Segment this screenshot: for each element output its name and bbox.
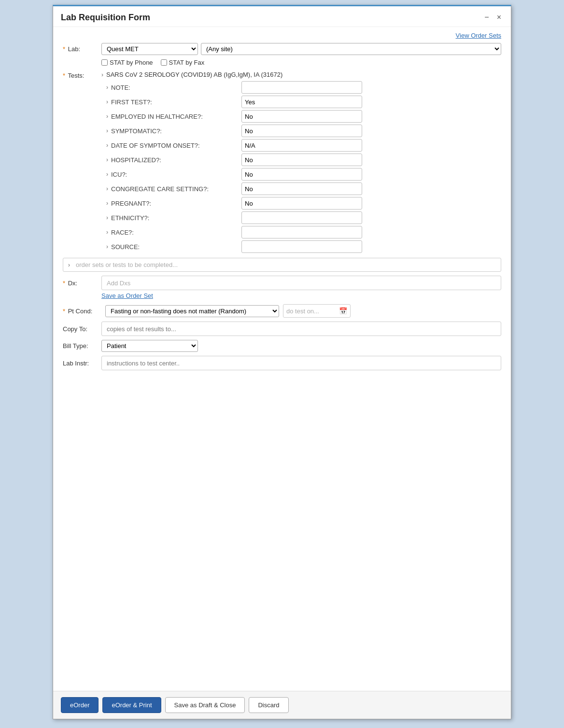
- copy-to-label: Copy To:: [63, 325, 101, 333]
- note-input[interactable]: [241, 81, 362, 94]
- save-order-set-container: Save as Order Set: [101, 292, 501, 299]
- minimize-button[interactable]: −: [482, 12, 491, 23]
- source-field-row: › SOURCE:: [101, 240, 501, 253]
- source-input[interactable]: [241, 240, 362, 253]
- pregnant-label: › PREGNANT?:: [106, 200, 241, 207]
- stat-fax-label[interactable]: STAT by Fax: [161, 59, 205, 66]
- icu-input[interactable]: [241, 168, 362, 181]
- icu-field-row: › ICU?:: [101, 168, 501, 181]
- lab-instr-label: Lab Instr:: [63, 360, 101, 367]
- modal-footer: eOrder eOrder & Print Save as Draft & Cl…: [53, 691, 511, 719]
- modal-body: View Order Sets * Lab: Quest MET Other L…: [53, 27, 511, 691]
- symptomatic-label: › SYMPTOMATIC?:: [106, 127, 241, 135]
- copy-to-input[interactable]: [101, 322, 501, 336]
- race-field-row: › RACE?:: [101, 226, 501, 238]
- save-order-set-link[interactable]: Save as Order Set: [101, 292, 153, 299]
- pt-cond-select[interactable]: Fasting or non-fasting does not matter (…: [105, 305, 279, 317]
- note-label: › NOTE:: [106, 84, 241, 91]
- close-button[interactable]: ×: [495, 12, 503, 23]
- modal-controls: − ×: [482, 12, 503, 23]
- employed-input[interactable]: [241, 110, 362, 123]
- eorder-button[interactable]: eOrder: [61, 697, 99, 713]
- first-test-label: › FIRST TEST?:: [106, 98, 241, 106]
- do-test-on-container[interactable]: do test on... 📅: [283, 304, 351, 318]
- tests-label: * Tests:: [63, 71, 101, 79]
- calendar-icon: 📅: [339, 307, 347, 315]
- stat-fax-checkbox[interactable]: [161, 59, 167, 66]
- dx-row: * Dx:: [63, 276, 501, 290]
- pt-cond-row: * Pt Cond: Fasting or non-fasting does n…: [63, 304, 501, 318]
- hospitalized-field-row: › HOSPITALIZED?:: [101, 154, 501, 166]
- employed-label: › EMPLOYED IN HEALTHCARE?:: [106, 113, 241, 120]
- bill-type-row: Bill Type: Patient Insurance Client: [63, 340, 501, 352]
- lab-required-star: *: [63, 45, 65, 53]
- save-draft-button[interactable]: Save as Draft & Close: [165, 697, 245, 713]
- symptomatic-input[interactable]: [241, 125, 362, 137]
- pregnant-field-row: › PREGNANT?:: [101, 197, 501, 210]
- lab-selects: Quest MET Other Lab (Any site) Site A Si…: [101, 43, 501, 55]
- copy-to-row: Copy To:: [63, 322, 501, 336]
- dx-label: * Dx:: [63, 280, 101, 287]
- lab-label: * Lab:: [63, 45, 101, 53]
- ethnicity-field-row: › ETHNICITY?:: [101, 211, 501, 224]
- modal-header: Lab Requisition Form − ×: [53, 6, 511, 27]
- lab-instr-input[interactable]: [101, 356, 501, 370]
- view-order-sets-link[interactable]: View Order Sets: [456, 32, 501, 39]
- symptomatic-field-row: › SYMPTOMATIC?:: [101, 125, 501, 137]
- order-sets-chevron: ›: [68, 262, 70, 268]
- ethnicity-label: › ETHNICITY?:: [106, 214, 241, 222]
- lab-requisition-modal: Lab Requisition Form − × View Order Sets…: [53, 5, 511, 719]
- lab-row: * Lab: Quest MET Other Lab (Any site) Si…: [63, 43, 501, 55]
- bill-type-select[interactable]: Patient Insurance Client: [101, 340, 198, 352]
- bill-type-label: Bill Type:: [63, 342, 101, 350]
- congregate-field-row: › CONGREGATE CARE SETTING?:: [101, 182, 501, 195]
- note-field-row: › NOTE:: [101, 81, 501, 94]
- symptom-onset-field-row: › DATE OF SYMPTOM ONSET?:: [101, 139, 501, 152]
- first-test-input[interactable]: [241, 96, 362, 108]
- congregate-label: › CONGREGATE CARE SETTING?:: [106, 185, 241, 193]
- congregate-input[interactable]: [241, 182, 362, 195]
- site-select[interactable]: (Any site) Site A Site B: [201, 43, 501, 55]
- tests-row: * Tests: › SARS CoV 2 SEROLOGY (COVID19)…: [63, 71, 501, 255]
- test-name-row: › SARS CoV 2 SEROLOGY (COVID19) AB (IgG,…: [101, 71, 501, 78]
- do-test-on-text: do test on...: [286, 308, 319, 315]
- icu-label: › ICU?:: [106, 171, 241, 178]
- test-name: SARS CoV 2 SEROLOGY (COVID19) AB (IgG,Ig…: [106, 71, 282, 78]
- symptom-onset-input[interactable]: [241, 139, 362, 152]
- view-order-sets-container: View Order Sets: [63, 32, 501, 39]
- eorder-print-button[interactable]: eOrder & Print: [102, 697, 161, 713]
- pt-cond-label: * Pt Cond:: [63, 308, 101, 315]
- discard-button[interactable]: Discard: [249, 697, 288, 713]
- hospitalized-label: › HOSPITALIZED?:: [106, 156, 241, 164]
- employed-field-row: › EMPLOYED IN HEALTHCARE?:: [101, 110, 501, 123]
- dx-input[interactable]: [101, 276, 501, 290]
- source-label: › SOURCE:: [106, 243, 241, 251]
- tests-content: › SARS CoV 2 SEROLOGY (COVID19) AB (IgG,…: [101, 71, 501, 255]
- pt-cond-required-star: *: [63, 308, 65, 315]
- stat-phone-checkbox[interactable]: [101, 59, 108, 66]
- test-chevron: ›: [101, 71, 103, 78]
- modal-title: Lab Requisition Form: [61, 13, 150, 23]
- hospitalized-input[interactable]: [241, 154, 362, 166]
- lab-select[interactable]: Quest MET Other Lab: [101, 43, 198, 55]
- stat-phone-label[interactable]: STAT by Phone: [101, 59, 153, 66]
- tests-required-star: *: [63, 72, 65, 79]
- lab-instr-row: Lab Instr:: [63, 356, 501, 370]
- first-test-field-row: › FIRST TEST?:: [101, 96, 501, 108]
- dx-required-star: *: [63, 280, 65, 287]
- stat-row: STAT by Phone STAT by Fax: [101, 59, 501, 66]
- symptom-onset-label: › DATE OF SYMPTOM ONSET?:: [106, 142, 241, 149]
- ethnicity-input[interactable]: [241, 211, 362, 224]
- race-label: › RACE?:: [106, 229, 241, 236]
- order-sets-placeholder[interactable]: › order sets or tests to be completed...: [63, 258, 501, 272]
- pregnant-input[interactable]: [241, 197, 362, 210]
- order-sets-placeholder-text: order sets or tests to be completed...: [76, 261, 178, 268]
- race-input[interactable]: [241, 226, 362, 238]
